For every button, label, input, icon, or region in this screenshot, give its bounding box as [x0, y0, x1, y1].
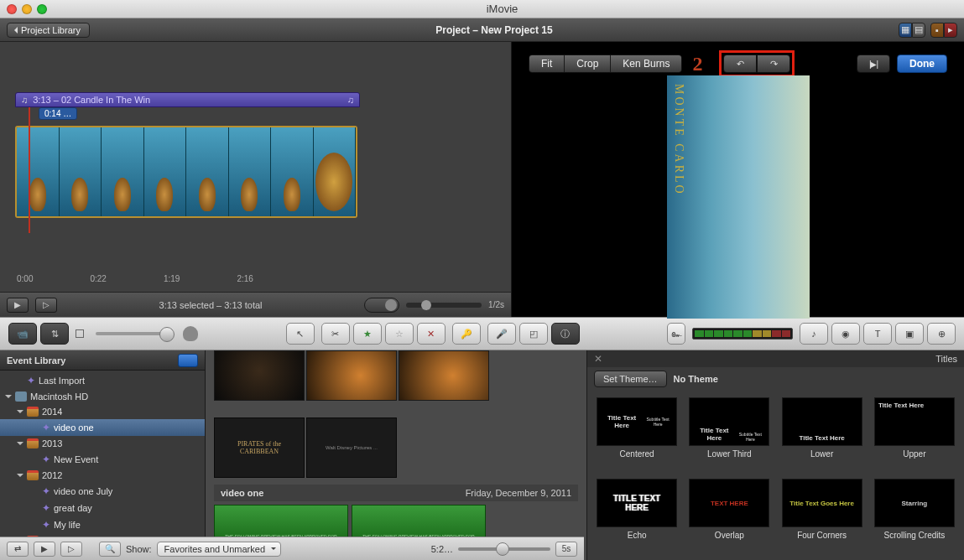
disclosure-triangle-icon[interactable] — [5, 395, 12, 402]
project-title: Project – New Project 15 — [95, 24, 894, 36]
title-template-item[interactable]: TEXT HEREOverlap — [686, 479, 772, 553]
project-timeline[interactable]: ♫ 3:13 – 02 Candle In The Win ♫ 0:14 … 0… — [0, 42, 512, 317]
event-tree-item[interactable]: ✦video one — [0, 419, 205, 436]
drive-toggle-button[interactable] — [178, 354, 198, 367]
minimize-window-icon[interactable] — [22, 4, 32, 14]
event-star-icon: ✦ — [42, 454, 50, 465]
play-selection-button[interactable]: ▷ — [35, 298, 57, 313]
event-clip-thumbnail[interactable]: PIRATES of the CARIBBEAN — [214, 417, 305, 478]
title-template-item[interactable]: Title Text Goes HereFour Corners — [779, 479, 865, 553]
play-event-fullscreen-button[interactable]: ▷ — [60, 542, 82, 557]
timeline-footer: ▶ ▷ 3:13 selected – 3:13 total 1/2s — [0, 292, 511, 317]
transitions-browser-button[interactable]: ▣ — [895, 323, 924, 345]
close-panel-button[interactable]: ✕ — [594, 353, 606, 365]
title-template-thumbnail[interactable]: Starring — [874, 479, 955, 527]
thumbnail-size-slider[interactable] — [96, 332, 171, 335]
view-toggle-segment[interactable]: ▦ ▤ — [899, 23, 925, 38]
title-template-item[interactable]: Title Text HereUpper — [872, 397, 957, 472]
play-event-button[interactable]: ▶ — [34, 542, 55, 557]
disclosure-triangle-icon[interactable] — [17, 410, 23, 417]
title-template-item[interactable]: Title Text HereSubtitle Text HereCentere… — [594, 397, 680, 472]
event-tree-item[interactable]: ✦great day — [0, 500, 205, 516]
crop-tool-button[interactable]: ◰ — [519, 323, 548, 345]
title-template-thumbnail[interactable]: TEXT HERE — [689, 479, 769, 527]
play-fullscreen-button[interactable]: |▶| — [857, 54, 890, 73]
view-list-icon[interactable]: ▤ — [912, 23, 925, 38]
arrow-tool-button[interactable]: ↖ — [286, 323, 315, 345]
maps-browser-button[interactable]: ⊕ — [927, 323, 956, 345]
titles-grid[interactable]: Title Text HereSubtitle Text HereCentere… — [587, 391, 964, 560]
voiceover-button[interactable]: 🎤 — [487, 323, 516, 345]
ken-burns-button[interactable]: Ken Burns — [611, 55, 681, 72]
timeline-zoom-slider[interactable] — [406, 303, 482, 308]
rotate-cw-button[interactable]: ↷ — [757, 54, 790, 73]
audio-track-clip[interactable]: ♫ 3:13 – 02 Candle In The Win ♫ — [15, 92, 360, 107]
event-clip-thumbnail[interactable] — [399, 350, 489, 401]
reject-button[interactable]: ✕ — [417, 323, 446, 345]
fit-button[interactable]: Fit — [529, 55, 565, 72]
swap-events-button[interactable]: ⇅ — [40, 323, 69, 345]
photo-browser-button[interactable]: ◉ — [831, 323, 860, 345]
done-button[interactable]: Done — [897, 54, 947, 73]
title-template-thumbnail[interactable]: Title Text Here — [874, 397, 955, 446]
inspector-button[interactable]: ⓘ — [551, 323, 580, 345]
view-grid-icon[interactable]: ▦ — [899, 23, 912, 38]
show-filter-select[interactable]: Favorites and Unmarked — [157, 542, 281, 557]
zoom-window-icon[interactable] — [37, 4, 47, 14]
footer-toggle-button[interactable]: ⇄ — [7, 542, 29, 557]
disclosure-triangle-icon[interactable] — [17, 442, 23, 449]
people-icon[interactable] — [183, 326, 198, 341]
favorite-button[interactable]: ★ — [353, 323, 382, 345]
event-tree-item[interactable]: ✦New Event — [0, 451, 205, 468]
event-tree-item[interactable]: Macintosh HD — [0, 389, 205, 404]
event-tree-item[interactable]: ✦video one July — [0, 483, 205, 500]
title-template-caption: Upper — [903, 449, 925, 459]
set-theme-button[interactable]: Set Theme… — [594, 371, 667, 387]
import-camera-button[interactable]: 📹 — [8, 323, 37, 345]
crop-mode-segment[interactable]: Fit Crop Ken Burns — [529, 54, 682, 73]
event-clip-thumbnail[interactable]: Walt Disney Pictures ... — [306, 417, 397, 478]
marker-comment-icon[interactable]: ▪ — [930, 23, 944, 38]
project-library-back-button[interactable]: Project Library — [7, 23, 90, 38]
event-tree[interactable]: ✦Last ImportMacintosh HD2014✦video one20… — [0, 371, 205, 560]
title-template-item[interactable]: TITLE TEXT HEREEcho — [594, 479, 680, 553]
playhead-indicator[interactable] — [29, 107, 30, 233]
title-template-thumbnail[interactable]: Title Text Here — [782, 397, 862, 446]
close-window-icon[interactable] — [7, 4, 17, 14]
title-template-item[interactable]: StarringScrolling Credits — [872, 479, 957, 553]
video-clip[interactable] — [15, 126, 357, 218]
event-browser[interactable]: PIRATES of the CARIBBEAN Walt Disney Pic… — [206, 350, 586, 560]
title-template-thumbnail[interactable]: Title Text Goes Here — [782, 479, 862, 527]
frame-size-icon — [76, 329, 84, 338]
event-clip-thumbnail[interactable] — [306, 350, 397, 401]
audio-skim-toggle[interactable]: ๛ — [667, 323, 685, 345]
keyword-tool-button[interactable]: 🔑 — [452, 323, 481, 345]
rotate-ccw-button[interactable]: ↶ — [723, 54, 757, 73]
audio-clip-label: 3:13 – 02 Candle In The Win — [33, 95, 150, 105]
title-template-caption: Lower — [810, 449, 833, 459]
title-template-thumbnail[interactable]: Title Text HereSubtitle Text Here — [597, 397, 677, 446]
search-loupe-button[interactable]: 🔍 — [99, 542, 121, 557]
event-clip-thumbnail[interactable] — [214, 350, 305, 401]
event-tree-item[interactable]: 2012 — [0, 468, 205, 483]
title-template-thumbnail[interactable]: Title Text HereSubtitle Text Here — [689, 397, 769, 446]
thumbnail-duration-slider[interactable] — [458, 547, 550, 551]
preview-image[interactable]: MONTE CARLO — [667, 75, 810, 319]
disclosure-triangle-icon[interactable] — [17, 474, 23, 480]
marker-chapter-icon[interactable]: ▸ — [944, 23, 957, 38]
music-browser-button[interactable]: ♪ — [800, 323, 828, 345]
title-template-item[interactable]: Title Text HereSubtitle Text HereLower T… — [686, 397, 772, 472]
waveform-toggle[interactable] — [364, 298, 399, 313]
event-tree-item[interactable]: ✦My life — [0, 516, 205, 533]
event-tree-item[interactable]: 2014 — [0, 404, 205, 419]
event-tree-item[interactable]: ✦Last Import — [0, 372, 205, 389]
title-template-thumbnail[interactable]: TITLE TEXT HERE — [597, 479, 677, 527]
edit-tool-button[interactable]: ✂ — [321, 323, 350, 345]
marker-segment[interactable]: ▪ ▸ — [930, 23, 957, 38]
play-button[interactable]: ▶ — [7, 298, 29, 313]
titles-browser-button[interactable]: T — [863, 323, 892, 345]
unmark-button[interactable]: ☆ — [385, 323, 414, 345]
event-tree-item[interactable]: 2013 — [0, 436, 205, 451]
crop-button[interactable]: Crop — [565, 55, 611, 72]
title-template-item[interactable]: Title Text HereLower — [779, 397, 865, 472]
